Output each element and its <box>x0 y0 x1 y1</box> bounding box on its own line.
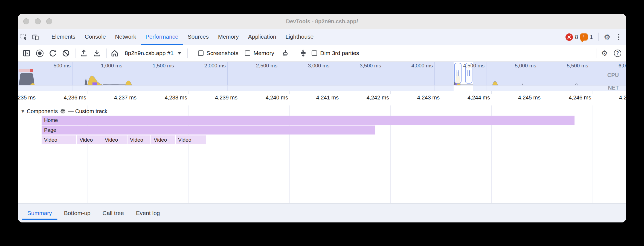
track-header[interactable]: ▼ Components — Custom track <box>21 107 108 115</box>
track-row: Page <box>18 125 626 135</box>
cpu-lane-label: CPU <box>575 72 619 78</box>
net-lane-label: NET <box>575 85 619 91</box>
track-bar[interactable]: Video <box>127 135 150 144</box>
ruler-tick-label: 4,236 ms <box>53 95 86 101</box>
ruler-tick <box>542 91 542 94</box>
chevron-down-icon[interactable] <box>178 52 181 55</box>
minimap-tick-label: 3,500 ms <box>340 63 381 69</box>
toggle-device-toolbar-icon[interactable] <box>31 32 40 42</box>
ruler-tick <box>340 91 340 94</box>
tab-memory[interactable]: Memory <box>213 29 243 45</box>
tab-event-log[interactable]: Event log <box>130 204 166 222</box>
download-profile-icon[interactable] <box>92 48 101 58</box>
divider <box>187 48 188 58</box>
home-icon[interactable] <box>110 48 119 58</box>
track-row: Home <box>18 116 626 125</box>
ruler-tick-label: 4,243 ms <box>407 95 440 101</box>
divider <box>106 48 107 58</box>
more-options-kebab-icon[interactable] <box>614 32 623 42</box>
issues-icon[interactable]: ! <box>580 33 588 41</box>
tab-network[interactable]: Network <box>111 29 141 45</box>
checkbox-box[interactable] <box>198 50 204 56</box>
checkbox-box[interactable] <box>312 50 317 56</box>
checkbox-box[interactable] <box>245 50 250 56</box>
track-bar[interactable]: Home <box>42 116 575 125</box>
tab-application[interactable]: Application <box>243 29 281 45</box>
issues-count[interactable]: 1 <box>590 34 593 40</box>
timeline-minimap[interactable]: 500 ms1,000 ms1,500 ms2,000 ms2,500 ms3,… <box>18 62 626 91</box>
help-icon[interactable]: ? <box>613 48 622 58</box>
settings-gear-icon[interactable]: ⚙ <box>602 32 612 42</box>
capture-settings-gear-icon[interactable]: ⚙ <box>600 48 609 58</box>
tab-elements[interactable]: Elements <box>47 29 80 45</box>
track-bar[interactable]: Video <box>102 135 127 144</box>
track-subtitle: — Custom track <box>68 108 107 115</box>
ruler-tick-label: 4,238 ms <box>154 95 187 101</box>
track-bar[interactable]: Video <box>176 135 206 144</box>
collect-garbage-brush-icon[interactable] <box>281 48 290 58</box>
upload-profile-icon[interactable] <box>79 48 88 58</box>
track-bar-label: Page <box>42 127 56 133</box>
record-icon[interactable] <box>35 48 44 58</box>
track-bar[interactable]: Video <box>77 135 102 144</box>
ruler-tick-label: 4,241 ms <box>306 95 339 101</box>
track-bar-label: Video <box>77 137 93 143</box>
divider <box>598 33 599 41</box>
track-area: ▼ Components — Custom track HomePageVide… <box>18 105 626 203</box>
timeline-ruler[interactable]: 4,235 ms4,236 ms4,237 ms4,238 ms4,239 ms… <box>18 91 626 106</box>
divider <box>596 48 596 58</box>
track-title: Components <box>27 108 58 115</box>
ruler-tick-label: 4,247 ms <box>609 95 626 101</box>
tab-performance[interactable]: Performance <box>141 29 183 45</box>
track-bar-label: Home <box>42 117 58 123</box>
ruler-tick-label: 4,239 ms <box>205 95 237 101</box>
ruler-tick-label: 4,237 ms <box>104 95 137 101</box>
tab-summary[interactable]: Summary <box>21 204 58 222</box>
minimap-tick-label: 1,000 ms <box>81 63 122 69</box>
ruler-tick <box>491 91 492 94</box>
tab-console[interactable]: Console <box>80 29 111 45</box>
minimap-tick-label: 3,000 ms <box>288 63 329 69</box>
minimap-tick-label: 500 ms <box>30 63 71 69</box>
track-bar-label: Video <box>176 137 191 143</box>
screenshots-checkbox[interactable]: Screenshots <box>198 50 239 56</box>
track-bar-label: Video <box>42 137 57 143</box>
devtools-window: DevTools - 8p2n9n.csb.app/ Elements Cons… <box>18 14 626 222</box>
devtools-tab-bar: Elements Console Network Performance Sou… <box>18 29 626 45</box>
track-bar[interactable]: Page <box>42 125 375 135</box>
tab-sources[interactable]: Sources <box>183 29 213 45</box>
track-bar-label: Video <box>127 137 143 143</box>
track-bar[interactable]: Video <box>151 135 175 144</box>
reload-and-record-icon[interactable] <box>48 48 57 58</box>
tab-call-tree[interactable]: Call tree <box>97 204 130 222</box>
track-bar-label: Video <box>102 137 118 143</box>
minimap-tick-label: 5,000 ms <box>495 63 536 69</box>
dim-3rd-parties-checkbox[interactable]: Dim 3rd parties <box>312 50 359 56</box>
memory-checkbox[interactable]: Memory <box>245 50 274 56</box>
react-atom-icon <box>60 108 66 114</box>
tab-lighthouse[interactable]: Lighthouse <box>281 29 318 45</box>
title-bar[interactable]: DevTools - 8p2n9n.csb.app/ <box>18 14 626 29</box>
history-dropdown[interactable]: 8p2n9n.csb.app #1 <box>125 50 174 56</box>
tab-bottom-up[interactable]: Bottom-up <box>58 204 97 222</box>
error-count[interactable]: 8 <box>575 34 578 40</box>
divider <box>44 33 44 41</box>
inspect-element-icon[interactable] <box>19 32 28 42</box>
window-title: DevTools - 8p2n9n.csb.app/ <box>18 14 626 29</box>
ruler-tick <box>593 91 593 94</box>
clear-recording-icon[interactable] <box>61 48 71 58</box>
toggle-sidebar-icon[interactable] <box>22 48 31 58</box>
collapse-triangle-icon[interactable]: ▼ <box>21 109 24 113</box>
minimap-tick-label: 4,000 ms <box>392 63 433 69</box>
error-count-icon[interactable] <box>565 33 573 41</box>
minimap-tick-label: 1,500 ms <box>133 63 174 69</box>
track-bar[interactable]: Video <box>42 135 76 144</box>
divider <box>76 48 76 58</box>
ruler-tick <box>390 91 391 94</box>
minimap-tick-label: 2,000 ms <box>185 63 226 69</box>
ruler-tick-label: 4,240 ms <box>255 95 288 101</box>
track-row: VideoVideoVideoVideoVideoVideo <box>18 135 626 144</box>
minimap-tick-label: 4,500 ms <box>443 63 485 69</box>
collapse-timeline-icon[interactable] <box>298 48 308 58</box>
ruler-tick <box>88 91 88 94</box>
